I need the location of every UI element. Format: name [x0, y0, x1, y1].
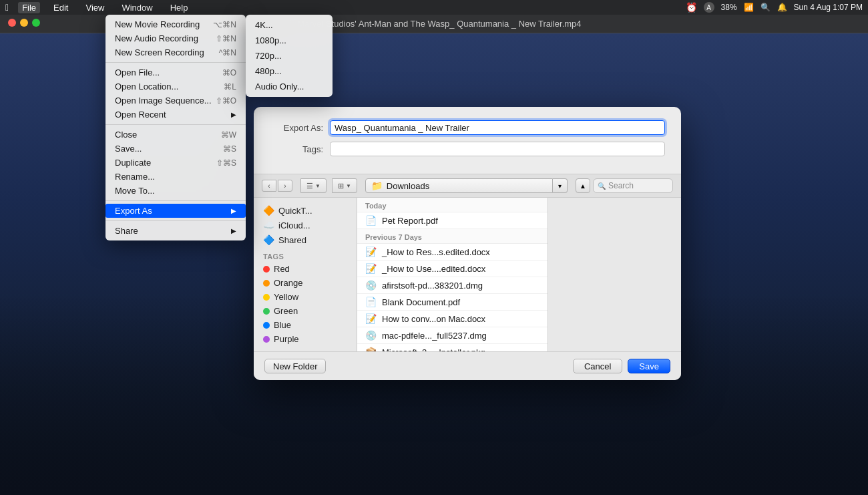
file-mac-pdfele-dmg[interactable]: 💿 mac-pdfele..._full5237.dmg [357, 327, 548, 344]
location-label: Downloads [387, 181, 429, 191]
maximize-button[interactable] [32, 19, 40, 27]
menu-item-view[interactable]: View [81, 2, 108, 13]
sidebar-item-shared[interactable]: 🔷 Shared [254, 232, 357, 247]
export-as-input[interactable] [330, 120, 665, 135]
new-folder-button[interactable]: New Folder [264, 359, 326, 373]
export-480p[interactable]: 480p... [246, 63, 333, 79]
user-icon[interactable]: A [704, 2, 714, 13]
export-4k[interactable]: 4K... [246, 17, 333, 33]
export-720p[interactable]: 720p... [246, 48, 333, 63]
spotlight-icon[interactable]: 🔍 [761, 3, 771, 12]
traffic-lights [8, 19, 40, 27]
menu-rename[interactable]: Rename... [105, 170, 246, 184]
sidebar-item-quicktime[interactable]: 🔶 QuickT... [254, 203, 357, 218]
menu-open-file[interactable]: Open File... ⌘O [105, 65, 246, 79]
tag-yellow-label: Yellow [274, 292, 298, 302]
back-button[interactable]: ‹ [262, 180, 276, 192]
menu-item-help[interactable]: Help [166, 2, 192, 13]
sidebar-item-icloud[interactable]: ☁️ iCloud... [254, 218, 357, 232]
menubar-left:  File Edit View Window Help [5, 2, 192, 13]
menu-export-as[interactable]: Export As ▶ [105, 204, 246, 218]
view-list-button[interactable]: ☰ ▼ [300, 178, 327, 193]
wifi-icon[interactable]: 📶 [744, 3, 754, 12]
sidebar-tag-orange[interactable]: Orange [254, 276, 357, 290]
docx-icon-2: 📝 [365, 263, 377, 274]
tag-yellow-dot [263, 294, 270, 301]
tag-purple-label: Purple [274, 334, 299, 344]
dialog-bottom: New Folder Cancel Save [254, 351, 681, 380]
file-how-to-use[interactable]: 📝 _How to Use....edited.docx [357, 261, 548, 277]
datetime: Sun 4 Aug 1:07 PM [794, 3, 863, 12]
dialog-content: Export As: Tags: [254, 107, 681, 174]
file-name-pet-report: Pet Report.pdf [382, 216, 438, 226]
cancel-button[interactable]: Cancel [573, 359, 622, 373]
sidebar-item-label-icloud: iCloud... [278, 220, 310, 230]
tag-orange-dot [263, 280, 270, 287]
file-afirstsoft-dmg[interactable]: 💿 afirstsoft-pd...383201.dmg [357, 277, 548, 294]
menu-new-movie-recording[interactable]: New Movie Recording ⌥⌘N [105, 17, 246, 31]
sidebar-tag-green[interactable]: Green [254, 304, 357, 318]
divider-4 [105, 220, 246, 221]
shared-icon: 🔷 [263, 234, 274, 245]
file-blank-document[interactable]: 📄 Blank Document.pdf [357, 294, 548, 311]
menu-share[interactable]: Share ▶ [105, 224, 246, 238]
file-microsoft-installer[interactable]: 📦 Microsoft_3..._Installer.pkg [357, 344, 548, 351]
menu-save[interactable]: Save... ⌘S [105, 142, 246, 156]
sidebar-panel: 🔶 QuickT... ☁️ iCloud... 🔷 Shared Tags R… [254, 198, 357, 351]
file-how-to-res[interactable]: 📝 _How to Res...s.edited.docx [357, 244, 548, 261]
file-name-blank-document: Blank Document.pdf [382, 297, 460, 307]
file-name-afirstsoft: afirstsoft-pd...383201.dmg [382, 281, 483, 291]
nav-buttons: ‹ › [262, 180, 292, 192]
forward-button[interactable]: › [278, 180, 292, 192]
preview-panel [548, 198, 681, 351]
divider-1 [105, 62, 246, 63]
tag-blue-label: Blue [274, 320, 291, 330]
export-1080p[interactable]: 1080p... [246, 33, 333, 48]
search-box: 🔍 Search [593, 178, 673, 193]
view-grid-button[interactable]: ⊞ ▼ [332, 178, 357, 193]
export-submenu: 4K... 1080p... 720p... 480p... Audio Onl… [246, 15, 333, 97]
menu-open-image-sequence[interactable]: Open Image Sequence... ⇧⌘O [105, 94, 246, 108]
location-dropdown[interactable]: 📁 Downloads [365, 178, 553, 193]
grid-view-chevron: ▼ [346, 183, 351, 189]
minimize-button[interactable] [20, 19, 28, 27]
menu-new-audio-recording[interactable]: New Audio Recording ⇧⌘N [105, 31, 246, 45]
save-button[interactable]: Save [628, 359, 670, 373]
menu-open-location[interactable]: Open Location... ⌘L [105, 79, 246, 94]
file-pet-report[interactable]: 📄 Pet Report.pdf [357, 212, 548, 229]
export-as-row: Export As: [270, 120, 665, 135]
icloud-icon: ☁️ [263, 220, 274, 230]
save-dialog: Export As: Tags: ‹ › ☰ ▼ ⊞ ▼ [254, 107, 681, 380]
menu-item-file[interactable]: File [18, 2, 40, 13]
file-name-microsoft-installer: Microsoft_3..._Installer.pkg [382, 347, 485, 352]
sidebar-tag-yellow[interactable]: Yellow [254, 290, 357, 304]
apple-logo-icon[interactable]:  [5, 2, 9, 13]
time-machine-icon[interactable]: ⏰ [686, 2, 697, 13]
menu-item-edit[interactable]: Edit [49, 2, 72, 13]
menu-close[interactable]: Close ⌘W [105, 128, 246, 142]
menu-open-recent[interactable]: Open Recent ▶ [105, 108, 246, 122]
battery-indicator: 38% [721, 3, 737, 12]
file-name-how-to-use: _How to Use....edited.docx [382, 264, 485, 274]
view-toggle-list: ☰ ▼ [300, 178, 327, 193]
notification-icon[interactable]: 🔔 [777, 3, 787, 12]
dmg-icon-1: 💿 [365, 280, 377, 291]
list-view-icon: ☰ [306, 182, 313, 190]
sidebar-tag-purple[interactable]: Purple [254, 332, 357, 346]
location-dropdown-arrow[interactable]: ▾ [553, 178, 568, 193]
grid-view-icon: ⊞ [338, 182, 344, 190]
view-toggle-grid: ⊞ ▼ [332, 178, 357, 193]
previous-7-days-header: Previous 7 Days [357, 229, 548, 244]
expand-button[interactable]: ▲ [576, 178, 590, 193]
export-audio-only[interactable]: Audio Only... [246, 79, 333, 94]
menu-item-window[interactable]: Window [118, 2, 156, 13]
menu-new-screen-recording[interactable]: New Screen Recording ^⌘N [105, 45, 246, 59]
tags-input[interactable] [330, 142, 665, 156]
file-list-area: 🔶 QuickT... ☁️ iCloud... 🔷 Shared Tags R… [254, 198, 681, 351]
sidebar-tag-red[interactable]: Red [254, 262, 357, 276]
file-how-to-conv[interactable]: 📝 How to conv...on Mac.docx [357, 311, 548, 327]
sidebar-tag-blue[interactable]: Blue [254, 318, 357, 332]
close-button[interactable] [8, 19, 16, 27]
menu-duplicate[interactable]: Duplicate ⇧⌘S [105, 156, 246, 170]
menu-move-to[interactable]: Move To... [105, 184, 246, 198]
